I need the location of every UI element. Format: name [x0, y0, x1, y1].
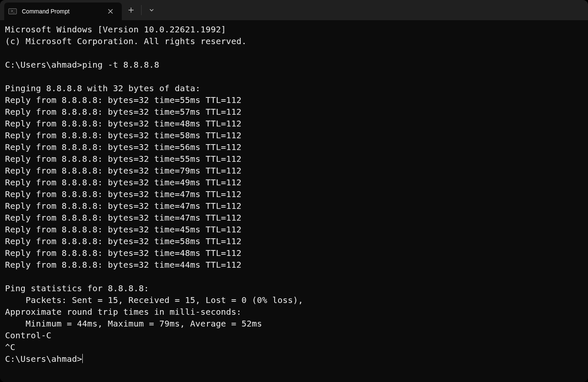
ping-reply: Reply from 8.8.8.8: bytes=32 time=49ms T… [5, 177, 242, 187]
text-cursor [82, 354, 83, 363]
ping-reply: Reply from 8.8.8.8: bytes=32 time=47ms T… [5, 201, 242, 211]
command-text: ping -t 8.8.8.8 [82, 60, 160, 70]
ping-reply: Reply from 8.8.8.8: bytes=32 time=45ms T… [5, 224, 242, 234]
titlebar-divider [141, 5, 142, 15]
ping-reply: Reply from 8.8.8.8: bytes=32 time=47ms T… [5, 213, 242, 223]
interrupt-line: Control-C [5, 330, 51, 340]
terminal-icon [8, 8, 17, 14]
os-banner-line2: (c) Microsoft Corporation. All rights re… [5, 36, 247, 46]
chevron-down-icon [149, 8, 154, 13]
stats-header: Ping statistics for 8.8.8.8: [5, 283, 149, 293]
ping-reply: Reply from 8.8.8.8: bytes=32 time=55ms T… [5, 95, 242, 105]
new-tab-button[interactable] [122, 0, 140, 20]
tab-dropdown-button[interactable] [142, 0, 161, 20]
tab-command-prompt[interactable]: Command Prompt [4, 3, 122, 20]
os-banner-line1: Microsoft Windows [Version 10.0.22621.19… [5, 24, 226, 34]
ping-reply: Reply from 8.8.8.8: bytes=32 time=47ms T… [5, 189, 242, 199]
ping-reply: Reply from 8.8.8.8: bytes=32 time=57ms T… [5, 107, 242, 117]
prompt-path: C:\Users\ahmad> [5, 60, 82, 70]
ping-reply: Reply from 8.8.8.8: bytes=32 time=48ms T… [5, 119, 242, 129]
tab-title: Command Prompt [22, 8, 100, 15]
ping-reply: Reply from 8.8.8.8: bytes=32 time=48ms T… [5, 248, 242, 258]
stats-rtt: Minimum = 44ms, Maximum = 79ms, Average … [5, 319, 262, 329]
prompt-path: C:\Users\ahmad> [5, 354, 82, 364]
close-tab-button[interactable] [105, 6, 116, 17]
stats-rtt-header: Approximate round trip times in milli-se… [5, 307, 242, 317]
ping-header: Pinging 8.8.8.8 with 32 bytes of data: [5, 83, 200, 93]
ping-reply: Reply from 8.8.8.8: bytes=32 time=56ms T… [5, 142, 242, 152]
ping-reply: Reply from 8.8.8.8: bytes=32 time=79ms T… [5, 166, 242, 176]
ping-reply: Reply from 8.8.8.8: bytes=32 time=55ms T… [5, 154, 242, 164]
stats-packets: Packets: Sent = 15, Received = 15, Lost … [5, 295, 303, 305]
interrupt-char: ^C [5, 342, 15, 352]
ping-reply: Reply from 8.8.8.8: bytes=32 time=58ms T… [5, 130, 242, 140]
ping-reply: Reply from 8.8.8.8: bytes=32 time=44ms T… [5, 260, 242, 270]
terminal-window: Command Prompt Microsoft Windows [Versio… [0, 0, 588, 382]
ping-reply: Reply from 8.8.8.8: bytes=32 time=58ms T… [5, 236, 242, 246]
close-icon [108, 9, 113, 14]
terminal-output[interactable]: Microsoft Windows [Version 10.0.22621.19… [0, 20, 588, 382]
titlebar: Command Prompt [0, 0, 588, 20]
plus-icon [128, 7, 134, 13]
